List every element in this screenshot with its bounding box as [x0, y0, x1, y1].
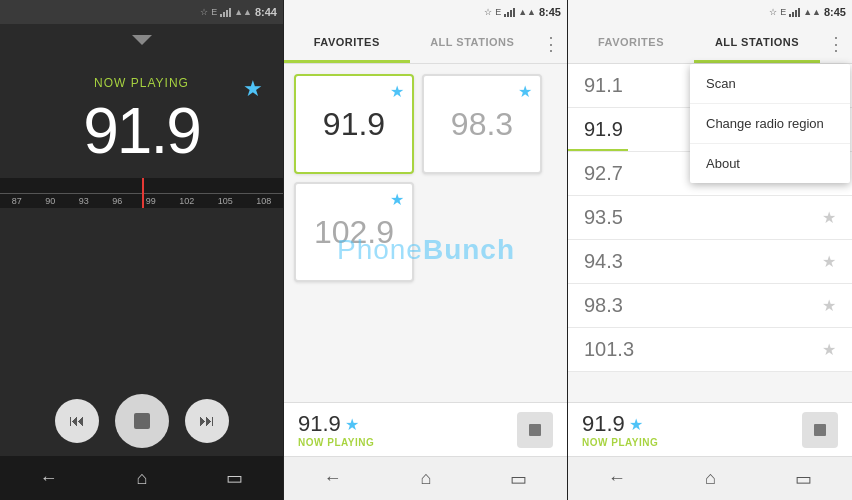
status-bar-3: ☆ E ▲▲ 8:45: [568, 0, 852, 24]
panel1-header: [0, 24, 283, 56]
back-button-3[interactable]: ←: [608, 468, 626, 489]
dropdown-menu: Scan Change radio region About: [690, 64, 850, 183]
panel-favorites: ☆ E ▲▲ 8:45 FAVORITES ALL STATIONS ⋮: [284, 0, 568, 500]
now-playing-label: NOW PLAYING: [94, 76, 189, 90]
rewind-button[interactable]: ⏮: [55, 399, 99, 443]
nav-bar-3: ← ⌂ ▭: [568, 456, 852, 500]
nav-bar-2: ← ⌂ ▭: [284, 456, 567, 500]
station-star-5[interactable]: ★: [822, 296, 836, 315]
np-freq-2: 91.9: [298, 411, 341, 437]
tab-all-stations-2[interactable]: ALL STATIONS: [410, 24, 536, 63]
np-star-2[interactable]: ★: [345, 415, 359, 434]
back-button-2[interactable]: ←: [324, 468, 342, 489]
station-star-6[interactable]: ★: [822, 340, 836, 359]
fav-star-0[interactable]: ★: [390, 82, 404, 101]
status-bar-1: ☆ E ▲▲ 8:44: [0, 0, 283, 24]
stop-icon: [134, 413, 150, 429]
panel-all-stations: ☆ E ▲▲ 8:45 FAVORITES ALL STATIONS ⋮ Sca: [568, 0, 852, 500]
station-freq-5: 98.3: [584, 294, 822, 317]
fav-freq-2: 102.9: [314, 214, 394, 251]
favorite-star-icon[interactable]: ★: [243, 76, 263, 102]
notification-icon-2: ☆: [484, 7, 492, 17]
stop-button-3[interactable]: [802, 412, 838, 448]
tab-all-stations-3[interactable]: ALL STATIONS: [694, 24, 820, 63]
np-freq-3: 91.9: [582, 411, 625, 437]
np-info-2: 91.9 ★ NOW PLAYING: [298, 411, 374, 448]
stop-button[interactable]: [115, 394, 169, 448]
recents-button-1[interactable]: ▭: [226, 467, 243, 489]
station-row-6[interactable]: 101.3 ★: [568, 328, 852, 372]
station-star-4[interactable]: ★: [822, 252, 836, 271]
favorite-card-1[interactable]: ★ 98.3: [422, 74, 542, 174]
e-icon: E: [211, 7, 217, 17]
tab-favorites-3[interactable]: FAVORITES: [568, 24, 694, 63]
nav-bar-1: ← ⌂ ▭: [0, 456, 283, 500]
station-row-4[interactable]: 94.3 ★: [568, 240, 852, 284]
favorite-card-0[interactable]: ★ 91.9: [294, 74, 414, 174]
tuner-scale[interactable]: 87 90 93 96 99 102 105 108: [0, 178, 283, 208]
stop-icon-3: [814, 424, 826, 436]
np-info-3: 91.9 ★ NOW PLAYING: [582, 411, 658, 448]
signal-icon-3: [789, 7, 800, 17]
wifi-icon: ▲▲: [234, 7, 252, 17]
station-underline: [568, 149, 628, 151]
station-freq-4: 94.3: [584, 250, 822, 273]
tab-bar-3: FAVORITES ALL STATIONS ⋮ Scan Change rad…: [568, 24, 852, 64]
recents-button-3[interactable]: ▭: [795, 468, 812, 490]
dropdown-about[interactable]: About: [690, 144, 850, 183]
np-star-3[interactable]: ★: [629, 415, 643, 434]
main-frequency: 91.9: [83, 94, 200, 168]
forward-button[interactable]: ⏭: [185, 399, 229, 443]
more-menu-button-3[interactable]: ⋮: [820, 24, 852, 63]
fav-star-1[interactable]: ★: [518, 82, 532, 101]
status-bar-2: ☆ E ▲▲ 8:45: [284, 0, 567, 24]
tuner-needle: [142, 178, 144, 208]
station-freq-6: 101.3: [584, 338, 822, 361]
home-button-3[interactable]: ⌂: [705, 468, 716, 489]
stop-icon-2: [529, 424, 541, 436]
chevron-down-icon[interactable]: [132, 35, 152, 45]
status-icons-3: ☆ E ▲▲: [769, 7, 821, 17]
dropdown-change-region[interactable]: Change radio region: [690, 104, 850, 144]
station-row-5[interactable]: 98.3 ★: [568, 284, 852, 328]
favorites-grid: ★ 91.9 ★ 98.3 ★ 102.9: [284, 64, 567, 402]
station-row-3[interactable]: 93.5 ★: [568, 196, 852, 240]
np-label-2: NOW PLAYING: [298, 437, 374, 448]
np-label-3: NOW PLAYING: [582, 437, 658, 448]
home-button-2[interactable]: ⌂: [421, 468, 432, 489]
tab-bar-2: FAVORITES ALL STATIONS ⋮: [284, 24, 567, 64]
stop-button-2[interactable]: [517, 412, 553, 448]
panel-now-playing: ☆ E ▲▲ 8:44 NOW PLAYING ★ 91.9: [0, 0, 284, 500]
playback-controls: ⏮ ⏭: [0, 380, 283, 456]
time-2: 8:45: [539, 6, 561, 18]
now-playing-bottom-3: 91.9 ★ NOW PLAYING: [568, 402, 852, 456]
tuner-area: 87 90 93 96 99 102 105 108: [0, 178, 283, 228]
status-icons-2: ☆ E ▲▲: [484, 7, 536, 17]
time-1: 8:44: [255, 6, 277, 18]
fav-freq-0: 91.9: [323, 106, 385, 143]
back-button-1[interactable]: ←: [40, 468, 58, 489]
status-icons-1: ☆ E ▲▲: [200, 7, 252, 17]
recents-button-2[interactable]: ▭: [510, 468, 527, 490]
now-playing-area: NOW PLAYING ★ 91.9 87 90 93 96 99 102 10…: [0, 56, 283, 380]
tab-favorites-2[interactable]: FAVORITES: [284, 24, 410, 63]
favorite-card-2[interactable]: ★ 102.9: [294, 182, 414, 282]
time-3: 8:45: [824, 6, 846, 18]
signal-icon: [220, 7, 231, 17]
station-star-3[interactable]: ★: [822, 208, 836, 227]
now-playing-bottom-2: 91.9 ★ NOW PLAYING: [284, 402, 567, 456]
station-freq-3: 93.5: [584, 206, 822, 229]
signal-icon-2: [504, 7, 515, 17]
notification-icon: ☆: [200, 7, 208, 17]
fav-star-2[interactable]: ★: [390, 190, 404, 209]
dropdown-scan[interactable]: Scan: [690, 64, 850, 104]
more-menu-button-2[interactable]: ⋮: [535, 24, 567, 63]
home-button-1[interactable]: ⌂: [137, 468, 148, 489]
fav-freq-1: 98.3: [451, 106, 513, 143]
